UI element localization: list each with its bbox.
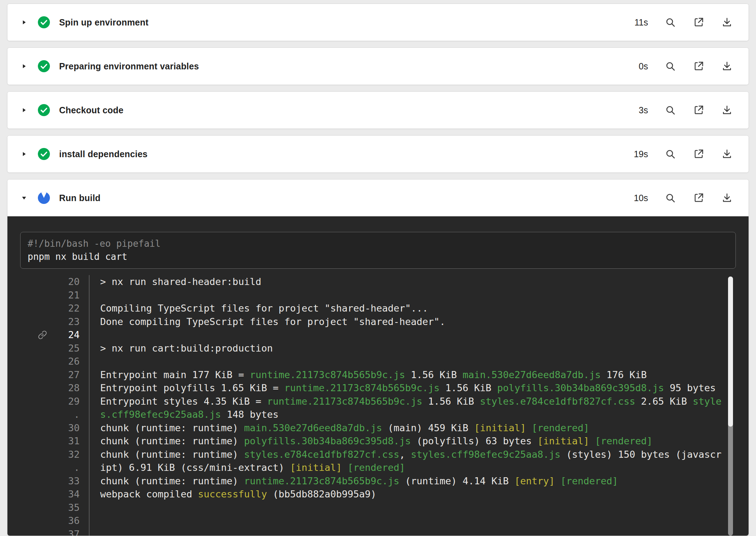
caret-right-icon bbox=[21, 19, 27, 25]
search-logs-button[interactable] bbox=[664, 104, 676, 116]
log-line-number[interactable]: 34 bbox=[20, 487, 90, 501]
log-line: 28Entrypoint polyfills 1.65 KiB = runtim… bbox=[20, 381, 736, 395]
status-running-icon bbox=[38, 192, 50, 204]
caret-right-icon bbox=[21, 151, 27, 157]
open-in-new-button[interactable] bbox=[693, 148, 705, 160]
log-line-number[interactable]: 27 bbox=[20, 368, 90, 382]
log-line-number[interactable]: 30 bbox=[20, 421, 90, 435]
log-line-text bbox=[90, 289, 100, 302]
open-in-new-button[interactable] bbox=[693, 16, 705, 28]
job-steps-page: Spin up environment 11s bbox=[0, 0, 756, 536]
open-in-new-button[interactable] bbox=[693, 104, 705, 116]
log-line: 31chunk (runtime: runtime) polyfills.30b… bbox=[20, 434, 736, 448]
log-line: 29Entrypoint styles 4.35 KiB = runtime.2… bbox=[20, 395, 736, 408]
open-in-new-icon bbox=[693, 149, 704, 159]
search-logs-button[interactable] bbox=[664, 192, 676, 204]
log-line: 23Done compiling TypeScript files for pr… bbox=[20, 315, 736, 329]
log-line-number[interactable]: 37 bbox=[20, 528, 90, 536]
caret-icon[interactable] bbox=[21, 151, 29, 157]
open-in-new-button[interactable] bbox=[693, 192, 705, 204]
step-title: Preparing environment variables bbox=[59, 61, 199, 72]
log-line: 27Entrypoint main 177 KiB = runtime.2117… bbox=[20, 368, 736, 382]
command-line: pnpm nx build cart bbox=[28, 250, 728, 263]
log-line-number[interactable]: 36 bbox=[20, 514, 90, 528]
build-step-card: Preparing environment variables 0s bbox=[7, 47, 749, 85]
log-line-text bbox=[90, 328, 100, 342]
caret-right-icon bbox=[21, 63, 27, 69]
step-header[interactable]: install dependencies 19s bbox=[7, 136, 749, 172]
caret-icon[interactable] bbox=[21, 19, 29, 25]
step-duration: 0s bbox=[639, 61, 648, 72]
log-line-number[interactable]: . bbox=[20, 461, 90, 474]
steps-list: Spin up environment 11s bbox=[0, 0, 756, 536]
status-success-icon bbox=[38, 60, 50, 72]
caret-down-icon bbox=[21, 195, 27, 201]
command-line: #!/bin/bash -eo pipefail bbox=[28, 237, 728, 250]
download-logs-button[interactable] bbox=[721, 192, 733, 204]
open-in-new-icon bbox=[693, 17, 704, 28]
log-line-text bbox=[90, 514, 100, 528]
log-line-text: > nx run shared-header:build bbox=[90, 275, 261, 289]
download-logs-button[interactable] bbox=[721, 16, 733, 28]
log-line-number[interactable]: 26 bbox=[20, 355, 90, 368]
step-header[interactable]: Checkout code 3s bbox=[7, 92, 749, 129]
step-title: Checkout code bbox=[59, 105, 124, 115]
log-line-text: Compiling TypeScript files for project "… bbox=[90, 302, 428, 315]
search-icon bbox=[665, 61, 676, 72]
log-line-number[interactable]: 20 bbox=[20, 275, 90, 289]
log-line: 34webpack compiled successfully (bb5db88… bbox=[20, 487, 736, 501]
log-scrollbar[interactable] bbox=[728, 276, 733, 536]
step-duration: 19s bbox=[634, 149, 648, 159]
log-lines: 20> nx run shared-header:build2122Compil… bbox=[20, 275, 736, 536]
log-line: 37 bbox=[20, 528, 736, 536]
caret-icon[interactable] bbox=[21, 195, 29, 201]
log-line-text: Done compiling TypeScript files for proj… bbox=[90, 315, 445, 329]
log-line-text bbox=[90, 528, 100, 536]
log-line-number[interactable]: 23 bbox=[20, 315, 90, 329]
download-logs-button[interactable] bbox=[721, 104, 733, 116]
log-line-number[interactable]: 25 bbox=[20, 342, 90, 355]
log-line: .ipt) 6.91 KiB (css/mini-extract) [initi… bbox=[20, 461, 736, 474]
step-title: Run build bbox=[59, 193, 101, 203]
download-logs-button[interactable] bbox=[721, 148, 733, 160]
open-in-new-icon bbox=[693, 61, 704, 72]
search-logs-button[interactable] bbox=[664, 60, 676, 72]
step-header[interactable]: Preparing environment variables 0s bbox=[7, 48, 749, 85]
log-line: 35 bbox=[20, 501, 736, 514]
download-icon bbox=[722, 105, 732, 115]
open-in-new-button[interactable] bbox=[693, 60, 705, 72]
step-header[interactable]: Spin up environment 11s bbox=[7, 4, 749, 41]
open-in-new-icon bbox=[693, 193, 704, 203]
log-line-number[interactable]: . bbox=[20, 408, 90, 421]
line-link-icon[interactable] bbox=[38, 330, 47, 340]
status-success-icon bbox=[38, 104, 50, 116]
step-duration: 10s bbox=[634, 193, 648, 203]
log-line-number[interactable]: 24 bbox=[20, 328, 90, 342]
log-line: 30chunk (runtime: runtime) main.530e27d6… bbox=[20, 421, 736, 435]
log-line-number[interactable]: 29 bbox=[20, 395, 90, 408]
log-line-number[interactable]: 35 bbox=[20, 501, 90, 514]
log-line-number[interactable]: 21 bbox=[20, 289, 90, 302]
step-header[interactable]: Run build 10s bbox=[7, 179, 749, 216]
download-logs-button[interactable] bbox=[721, 60, 733, 72]
search-logs-button[interactable] bbox=[664, 16, 676, 28]
log-line-text bbox=[90, 501, 100, 514]
log-scrollbar-thumb[interactable] bbox=[728, 276, 733, 427]
log-line-text: ipt) 6.91 KiB (css/mini-extract) [initia… bbox=[90, 461, 405, 474]
log-line-number[interactable]: 22 bbox=[20, 302, 90, 315]
status-success-icon bbox=[38, 148, 50, 160]
caret-icon[interactable] bbox=[21, 63, 29, 69]
open-in-new-icon bbox=[693, 105, 704, 115]
caret-icon[interactable] bbox=[21, 107, 29, 113]
command-box[interactable]: #!/bin/bash -eo pipefailpnpm nx build ca… bbox=[20, 232, 736, 269]
search-logs-button[interactable] bbox=[664, 148, 676, 160]
search-icon bbox=[665, 193, 676, 203]
log-line: 26 bbox=[20, 355, 736, 368]
download-icon bbox=[722, 149, 732, 159]
log-line: 33chunk (runtime: runtime) runtime.21173… bbox=[20, 474, 736, 488]
log-line-number[interactable]: 32 bbox=[20, 448, 90, 461]
log-line-number[interactable]: 33 bbox=[20, 474, 90, 488]
build-step-card: Run build 10s #!/bin/bash -eo p bbox=[7, 179, 749, 536]
log-line-number[interactable]: 28 bbox=[20, 381, 90, 395]
log-line-number[interactable]: 31 bbox=[20, 434, 90, 448]
